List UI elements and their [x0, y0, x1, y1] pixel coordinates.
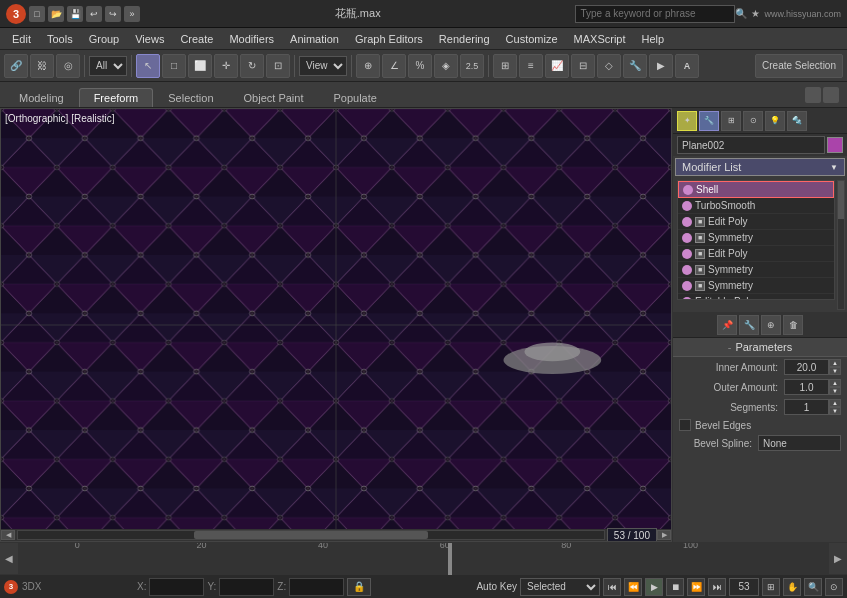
- modifier-item-turbosmooth[interactable]: TurboSmooth: [678, 198, 834, 214]
- open-icon[interactable]: 📂: [48, 6, 64, 22]
- menu-modifiers[interactable]: Modifiers: [221, 31, 282, 47]
- menu-edit[interactable]: Edit: [4, 31, 39, 47]
- frame-input[interactable]: [729, 578, 759, 596]
- pin-stack-icon[interactable]: 📌: [717, 315, 737, 335]
- unlink-tool[interactable]: ⛓: [30, 54, 54, 78]
- scroll-left-btn[interactable]: ◀: [1, 530, 15, 540]
- text-tool[interactable]: A: [675, 54, 699, 78]
- menu-graph-editors[interactable]: Graph Editors: [347, 31, 431, 47]
- menu-create[interactable]: Create: [172, 31, 221, 47]
- search-icon[interactable]: 🔍: [735, 8, 747, 19]
- utilities-panel-btn[interactable]: 🔩: [787, 111, 807, 131]
- object-color-swatch[interactable]: [827, 137, 843, 153]
- window-controls[interactable]: 3 □ 📂 💾 ↩ ↪ »: [6, 4, 140, 24]
- modifier-checkbox-symmetry3[interactable]: ■: [695, 281, 705, 291]
- prev-frame-btn[interactable]: ⏪: [624, 578, 642, 596]
- y-input[interactable]: [219, 578, 274, 596]
- object-name-input[interactable]: [677, 136, 825, 154]
- menu-rendering[interactable]: Rendering: [431, 31, 498, 47]
- material-editor[interactable]: ◇: [597, 54, 621, 78]
- z-input[interactable]: [289, 578, 344, 596]
- mirror-tool[interactable]: 2.5: [460, 54, 484, 78]
- outer-amount-down[interactable]: ▼: [829, 387, 841, 395]
- new-icon[interactable]: □: [29, 6, 45, 22]
- go-end-btn[interactable]: ⏭: [708, 578, 726, 596]
- bind-tool[interactable]: ◎: [56, 54, 80, 78]
- modifier-list-dropdown[interactable]: Modifier List ▼: [675, 158, 845, 176]
- panel-expand-icon[interactable]: [805, 87, 821, 103]
- panel-pin-icon[interactable]: [823, 87, 839, 103]
- tab-populate[interactable]: Populate: [318, 88, 391, 107]
- inner-amount-spinner[interactable]: ▲ ▼: [829, 359, 841, 375]
- inner-amount-value[interactable]: 20.0: [784, 359, 829, 375]
- make-unique-icon[interactable]: ⊕: [761, 315, 781, 335]
- timeline-nav-right[interactable]: ▶: [829, 543, 847, 575]
- grid-lock-btn[interactable]: 🔒: [347, 578, 371, 596]
- modifier-item-editpoly-2[interactable]: ■ Edit Poly: [678, 246, 834, 262]
- stop-btn[interactable]: ⏹: [666, 578, 684, 596]
- modifier-scroll-thumb[interactable]: [838, 181, 844, 219]
- go-start-btn[interactable]: ⏮: [603, 578, 621, 596]
- remove-modifier-icon[interactable]: 🗑: [783, 315, 803, 335]
- modifier-item-shell[interactable]: Shell: [678, 181, 834, 198]
- zoom-btn[interactable]: 🔍: [804, 578, 822, 596]
- bevel-spline-value[interactable]: None: [758, 435, 841, 451]
- menu-help[interactable]: Help: [634, 31, 673, 47]
- tab-selection[interactable]: Selection: [153, 88, 228, 107]
- inner-amount-down[interactable]: ▼: [829, 367, 841, 375]
- tab-freeform[interactable]: Freeform: [79, 88, 154, 107]
- menu-tools[interactable]: Tools: [39, 31, 81, 47]
- timeline-scrubber[interactable]: [448, 543, 452, 575]
- filter-dropdown[interactable]: All: [89, 56, 127, 76]
- modifier-checkbox-editpoly1[interactable]: ■: [695, 217, 705, 227]
- segments-up[interactable]: ▲: [829, 399, 841, 407]
- menu-views[interactable]: Views: [127, 31, 172, 47]
- align-tool[interactable]: ⊞: [493, 54, 517, 78]
- percent-snap[interactable]: %: [408, 54, 432, 78]
- view-dropdown[interactable]: View: [299, 56, 347, 76]
- render-production[interactable]: ▶: [649, 54, 673, 78]
- layer-tool[interactable]: ≡: [519, 54, 543, 78]
- segments-down[interactable]: ▼: [829, 407, 841, 415]
- scroll-thumb[interactable]: [194, 531, 428, 539]
- segments-spinner[interactable]: ▲ ▼: [829, 399, 841, 415]
- bookmark-icon[interactable]: ★: [751, 8, 760, 19]
- modifier-checkbox-symmetry2[interactable]: ■: [695, 265, 705, 275]
- configure-icon[interactable]: 🔧: [739, 315, 759, 335]
- modifier-item-symmetry-2[interactable]: ■ Symmetry: [678, 262, 834, 278]
- view-cube-btn[interactable]: ⊞: [762, 578, 780, 596]
- modifier-checkbox-editpoly2[interactable]: ■: [695, 249, 705, 259]
- next-frame-btn[interactable]: ⏩: [687, 578, 705, 596]
- snap-toggle[interactable]: ⊕: [356, 54, 380, 78]
- viewport[interactable]: [Orthographic] [Realistic]: [0, 108, 672, 542]
- orbit-btn[interactable]: ⊙: [825, 578, 843, 596]
- inner-amount-up[interactable]: ▲: [829, 359, 841, 367]
- spinner-snap[interactable]: ◈: [434, 54, 458, 78]
- selected-dropdown[interactable]: Selected: [520, 578, 600, 596]
- x-input[interactable]: [149, 578, 204, 596]
- tab-modeling[interactable]: Modeling: [4, 88, 79, 107]
- bevel-edges-checkbox[interactable]: [679, 419, 691, 431]
- menu-customize[interactable]: Customize: [498, 31, 566, 47]
- more-icon[interactable]: »: [124, 6, 140, 22]
- display-panel-btn[interactable]: 💡: [765, 111, 785, 131]
- schematic-view[interactable]: ⊟: [571, 54, 595, 78]
- rotate-tool[interactable]: ↻: [240, 54, 264, 78]
- viewport-scrollbar-h[interactable]: ◀ 53 / 100 ▶: [1, 529, 671, 541]
- create-panel-btn[interactable]: ✦: [677, 111, 697, 131]
- segments-value[interactable]: 1: [784, 399, 829, 415]
- menu-maxscript[interactable]: MAXScript: [566, 31, 634, 47]
- scale-tool[interactable]: ⊡: [266, 54, 290, 78]
- scroll-right-btn[interactable]: ▶: [657, 530, 671, 540]
- modify-panel-btn[interactable]: 🔧: [699, 111, 719, 131]
- timeline-nav-left[interactable]: ◀: [0, 543, 18, 575]
- hierarchy-panel-btn[interactable]: ⊞: [721, 111, 741, 131]
- motion-panel-btn[interactable]: ⊙: [743, 111, 763, 131]
- curve-editor[interactable]: 📈: [545, 54, 569, 78]
- select-region2-tool[interactable]: ⬜: [188, 54, 212, 78]
- create-selection-btn[interactable]: Create Selection: [755, 54, 843, 78]
- play-btn[interactable]: ▶: [645, 578, 663, 596]
- select-tool[interactable]: ↖: [136, 54, 160, 78]
- search-input[interactable]: [575, 5, 735, 23]
- modifier-item-editablepoly[interactable]: Editable Poly: [678, 294, 834, 300]
